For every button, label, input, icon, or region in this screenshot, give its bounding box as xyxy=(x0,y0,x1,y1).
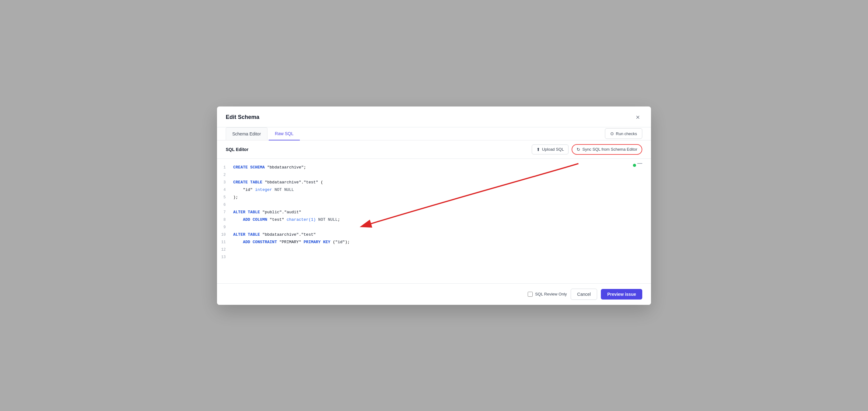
preview-issue-button[interactable]: Preview issue xyxy=(601,289,642,299)
modal-footer: SQL Review Only Cancel Preview issue xyxy=(217,283,651,305)
code-editor[interactable]: 1 CREATE SCHEMA "bbdataarchive"; 2 3 CRE… xyxy=(217,159,651,283)
editor-actions: ⬆ Upload SQL ↻ Sync SQL from Schema Edit… xyxy=(532,144,642,155)
editor-section: SQL Editor ⬆ Upload SQL ↻ Sync SQL from … xyxy=(217,140,651,283)
sql-review-label[interactable]: SQL Review Only xyxy=(528,292,567,297)
close-button[interactable]: × xyxy=(633,113,642,122)
edit-schema-modal: Edit Schema × Schema Editor Raw SQL ⊙ Ru… xyxy=(217,106,651,305)
editor-label: SQL Editor xyxy=(226,147,248,152)
sql-review-checkbox[interactable] xyxy=(528,292,533,297)
code-line: 10 ALTER TABLE "bbdataarchive"."test" xyxy=(217,231,651,239)
modal-title: Edit Schema xyxy=(226,114,259,125)
play-circle-icon: ⊙ xyxy=(610,131,614,136)
code-line: 8 ADD COLUMN "test" character(1) NOT NUL… xyxy=(217,216,651,224)
code-line: 7 ALTER TABLE "public"."audit" xyxy=(217,209,651,216)
tabs-row: Schema Editor Raw SQL ⊙ Run checks xyxy=(217,127,651,140)
tabs-container: Schema Editor Raw SQL xyxy=(226,127,300,140)
sync-icon: ↻ xyxy=(577,147,580,152)
modal-header: Edit Schema × xyxy=(217,106,651,127)
modal-overlay: Edit Schema × Schema Editor Raw SQL ⊙ Ru… xyxy=(0,0,868,411)
upload-icon: ⬆ xyxy=(536,147,540,152)
code-line: 2 xyxy=(217,171,651,179)
code-line: 13 xyxy=(217,253,651,261)
status-dot xyxy=(633,164,636,167)
run-checks-button[interactable]: ⊙ Run checks xyxy=(605,128,642,139)
code-line: 1 CREATE SCHEMA "bbdataarchive"; xyxy=(217,164,651,171)
tab-schema-editor[interactable]: Schema Editor xyxy=(226,127,268,140)
code-line: 11 ADD CONSTRAINT "PRIMARY" PRIMARY KEY … xyxy=(217,239,651,246)
upload-sql-button[interactable]: ⬆ Upload SQL xyxy=(532,145,569,154)
code-line: 5 ); xyxy=(217,194,651,201)
code-line: 9 xyxy=(217,224,651,231)
tab-raw-sql[interactable]: Raw SQL xyxy=(269,127,300,140)
code-line: 6 xyxy=(217,201,651,209)
minimize-icon[interactable] xyxy=(637,163,642,164)
cancel-button[interactable]: Cancel xyxy=(571,289,597,300)
code-line: 4 "id" integer NOT NULL xyxy=(217,186,651,194)
code-line: 3 CREATE TABLE "bbdataarchive"."test" ( xyxy=(217,179,651,186)
editor-toolbar: SQL Editor ⬆ Upload SQL ↻ Sync SQL from … xyxy=(217,140,651,159)
code-line: 12 xyxy=(217,246,651,253)
sync-sql-button[interactable]: ↻ Sync SQL from Schema Editor xyxy=(571,144,642,155)
